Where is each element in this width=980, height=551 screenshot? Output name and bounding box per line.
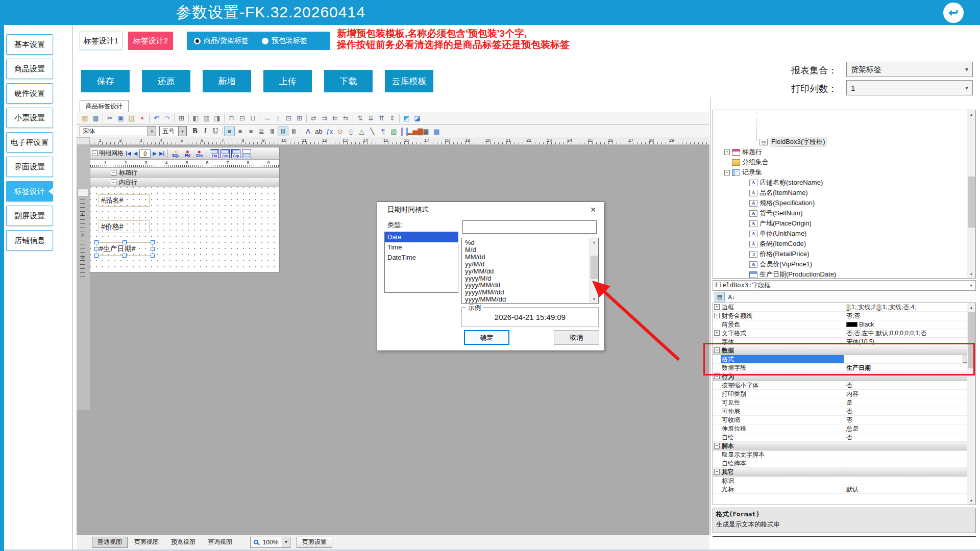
same-height-icon[interactable]: ↕ <box>273 113 283 123</box>
property-row[interactable]: 光标 默认 <box>713 485 975 494</box>
property-row[interactable]: 可收缩 否 <box>713 416 975 424</box>
font-family-combo[interactable]: 宋体 ▾ <box>80 126 156 136</box>
field-grid-icon[interactable]: Fld <box>210 149 219 158</box>
tree-item[interactable]: + 标题行 <box>713 147 966 157</box>
separator[interactable] <box>220 127 224 136</box>
save-file-icon[interactable]: ▦ <box>90 113 101 123</box>
sql-icon[interactable]: ●SQL <box>170 148 181 159</box>
scrollbar-thumb[interactable] <box>968 177 975 228</box>
view-tab[interactable]: 预览视图 <box>165 537 201 548</box>
format-scrollbar[interactable]: ▲ ▼ <box>590 238 598 303</box>
expand-icon[interactable] <box>724 160 730 165</box>
selected-object-combo[interactable]: FieldBox3:字段框 ▾ <box>713 280 976 291</box>
expand-icon[interactable] <box>742 231 747 237</box>
expand-icon[interactable]: + <box>714 330 720 336</box>
align-bottom-icon[interactable]: ⊔ <box>248 113 258 123</box>
expand-icon[interactable] <box>742 241 747 247</box>
type-option[interactable]: DateTime <box>385 253 458 263</box>
space-increase-v-icon[interactable]: ⇊ <box>365 113 376 123</box>
collapse-icon[interactable]: − <box>92 151 97 156</box>
column-wizard-icon[interactable]: ◆Clm <box>194 148 204 159</box>
property-row[interactable]: 自绘脚本 <box>713 459 975 468</box>
print-columns-select[interactable]: 1 ▾ <box>846 80 973 95</box>
view-tab[interactable]: 查询视图 <box>202 537 238 548</box>
redo-icon[interactable]: ↷ <box>162 113 173 123</box>
save-button[interactable]: 保存 <box>81 70 130 92</box>
alphabetical-sort-icon[interactable]: A↓ <box>726 292 737 302</box>
undo-icon[interactable]: ↶ <box>151 113 162 123</box>
cloud-template-button[interactable]: 云库模板 <box>385 70 433 92</box>
delete-icon[interactable]: × <box>137 113 148 123</box>
space-decrease-h-icon[interactable]: ⇇ <box>330 113 340 123</box>
categorized-view-icon[interactable]: ▤ <box>715 292 725 302</box>
separator[interactable] <box>101 113 105 123</box>
send-to-back-icon[interactable]: ◪ <box>412 113 423 123</box>
restore-button[interactable]: 还原 <box>142 70 190 92</box>
collapse-icon[interactable]: − <box>111 180 116 185</box>
tree-item[interactable]: 条码(ItemCode) <box>713 239 966 249</box>
property-row[interactable]: 可伸展 否 <box>713 407 975 416</box>
title-row-band[interactable]: − 标题行 <box>90 168 279 178</box>
add-button[interactable]: 新增 <box>203 70 251 92</box>
sidebar-item[interactable]: 界面设置 <box>6 157 53 177</box>
expand-icon[interactable] <box>714 365 720 370</box>
expand-icon[interactable] <box>742 201 747 206</box>
format-option[interactable]: yyyy/M/d <box>465 275 590 282</box>
column-grid-icon[interactable]: Clm <box>220 149 230 158</box>
expand-icon[interactable] <box>714 460 720 466</box>
tree-item[interactable]: 产地(PlaceOrigin) <box>713 218 966 229</box>
align-left-icon[interactable]: ◧ <box>190 113 201 123</box>
field-item-name[interactable]: #品名# <box>99 194 150 207</box>
property-row[interactable]: 自绘 否 <box>713 433 975 442</box>
property-row[interactable]: 字体 宋体(10.5) <box>713 338 975 346</box>
zoom-control[interactable]: 100% ▼ <box>250 537 290 548</box>
chevron-down-icon[interactable]: ▼ <box>282 537 290 547</box>
expand-icon[interactable] <box>714 425 720 431</box>
underline-icon[interactable]: U <box>210 127 220 136</box>
expand-icon[interactable] <box>714 417 720 422</box>
expand-icon[interactable]: − <box>714 347 720 353</box>
align-right-icon[interactable]: ◨ <box>212 113 223 123</box>
format-option[interactable]: %d <box>465 239 590 246</box>
align-center-icon[interactable]: ▥ <box>201 113 212 123</box>
expand-icon[interactable] <box>742 211 747 216</box>
cut-icon[interactable]: ✂ <box>105 113 115 123</box>
expand-icon[interactable]: + <box>714 313 720 318</box>
property-scrollbar[interactable]: ▲ ▼ <box>967 303 975 505</box>
line-tool-icon[interactable]: ╲ <box>367 127 378 136</box>
vertical-text-right-icon[interactable]: Ⅲ <box>288 127 299 136</box>
space-across-icon[interactable]: ⇄ <box>308 113 319 123</box>
format-option[interactable]: M/d <box>465 246 590 254</box>
close-icon[interactable]: ✕ <box>587 205 599 215</box>
space-remove-h-icon[interactable]: ⇋ <box>340 113 351 123</box>
label-tool-icon[interactable]: ab <box>313 127 324 136</box>
cancel-button[interactable]: 取消 <box>554 330 599 345</box>
resize-handle[interactable] <box>151 247 155 251</box>
property-row[interactable]: 打印类别 内容 <box>713 390 975 398</box>
sidebar-item[interactable]: 标签设计 <box>6 181 53 202</box>
expand-icon[interactable]: + <box>724 149 730 155</box>
report-set-select[interactable]: 货架标签 ▾ <box>846 62 973 77</box>
label-design-surface[interactable]: #品名# #价格# #生产日期# <box>90 187 279 272</box>
tree-item[interactable]: − 记录集 <box>713 167 966 178</box>
tree-item[interactable]: 货号(SelfNum) <box>713 208 966 218</box>
resize-handle[interactable] <box>94 247 99 251</box>
property-row[interactable]: 可见性 是 <box>713 398 975 407</box>
scroll-up-icon[interactable]: ▲ <box>967 303 975 311</box>
property-row[interactable]: 格式 ... <box>713 355 975 364</box>
format-input[interactable] <box>462 220 597 234</box>
download-button[interactable]: 下载 <box>324 70 373 92</box>
expand-icon[interactable] <box>714 321 720 327</box>
text-align-center-icon[interactable]: ≡ <box>235 127 246 136</box>
bring-to-front-icon[interactable]: ◩ <box>401 113 412 123</box>
tree-item[interactable]: 价格(RetailPrice) <box>713 249 966 259</box>
field-price[interactable]: #价格# <box>99 220 150 233</box>
scroll-down-icon[interactable]: ▼ <box>590 295 598 303</box>
expand-icon[interactable] <box>714 391 720 396</box>
format-option[interactable]: MM/dd <box>465 254 590 261</box>
property-row[interactable]: − 行为 <box>713 372 975 381</box>
text-align-left-icon[interactable]: ≡ <box>224 127 235 136</box>
field-wizard-icon[interactable]: ◆Fld <box>182 148 192 159</box>
back-button[interactable]: ↩ <box>943 3 964 23</box>
expand-icon[interactable]: − <box>724 170 730 176</box>
